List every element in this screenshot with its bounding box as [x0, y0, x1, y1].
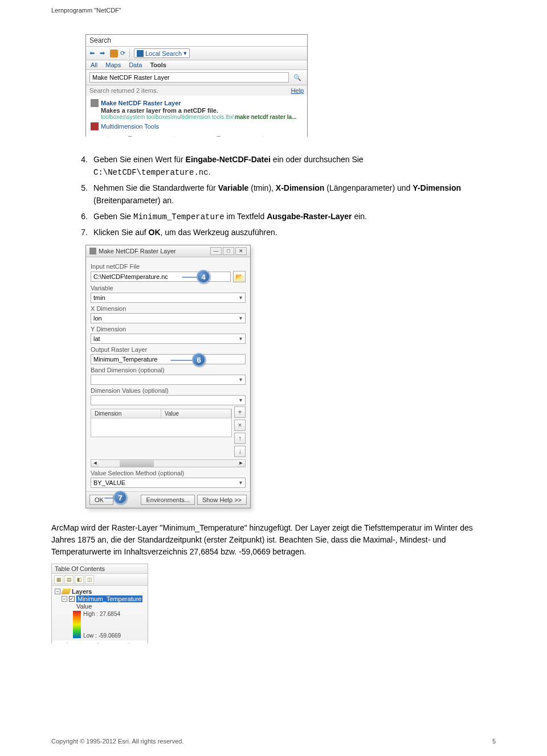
list-by-source-icon[interactable]: ▤	[64, 575, 74, 584]
search-toolbar: ⬅ ➡ ⟳ Local Search ▾	[86, 47, 307, 60]
result-path-bold: make netcdf raster la...	[235, 114, 296, 120]
tab-all[interactable]: All	[91, 61, 97, 68]
lbl-band: Band Dimension (optional)	[91, 367, 246, 373]
code-name: Minimum_Temperature	[133, 212, 224, 221]
search-status: Search returned 2 items.	[89, 87, 158, 94]
toc-layers-row[interactable]: − Layers	[55, 588, 145, 595]
layer-name: Minimum_Temperature	[76, 595, 142, 602]
home-icon[interactable]	[110, 50, 118, 57]
result-title: Make NetCDF Raster Layer	[101, 100, 181, 106]
move-down-button[interactable]: ↓	[234, 446, 246, 457]
maximize-button[interactable]: □	[223, 247, 234, 255]
result-paragraph: ArcMap wird der Raster-Layer "Minimum_Te…	[51, 522, 496, 558]
scroll-right-icon[interactable]: ►	[237, 460, 245, 467]
minimize-button[interactable]: —	[210, 247, 222, 255]
lbl-input: Input netCDF File	[91, 263, 246, 270]
t: im Textfeld	[224, 212, 267, 221]
result-path-pre: toolboxes\system toolboxes\multidimensio…	[101, 114, 235, 120]
refresh-icon[interactable]: ⟳	[120, 50, 125, 57]
value-label: Value	[76, 603, 92, 610]
xdim-field[interactable]	[91, 313, 246, 323]
result-sub-bold: Makes a raster layer	[101, 107, 161, 114]
t: .	[209, 167, 211, 176]
local-search-dropdown[interactable]: Local Search ▾	[134, 48, 190, 58]
tab-data[interactable]: Data	[129, 61, 142, 68]
list-by-selection-icon[interactable]: ◫	[85, 575, 94, 584]
toc-title: Table Of Contents	[52, 564, 148, 574]
move-up-button[interactable]: ↑	[234, 433, 246, 444]
list-by-drawing-icon[interactable]: ▦	[54, 575, 63, 584]
layers-label: Layers	[72, 588, 92, 595]
toolbox-icon	[91, 122, 99, 130]
t: (Breitenparameter) an.	[93, 196, 174, 205]
torn-edge	[86, 133, 307, 142]
band-field[interactable]	[91, 375, 246, 385]
step-num: 6.	[74, 211, 88, 224]
result-sub-rest: from a netCDF file.	[161, 107, 218, 114]
output-raster-layer[interactable]	[91, 354, 246, 364]
checkbox-icon[interactable]: ✓	[69, 596, 75, 602]
t: Y-Dimension	[413, 183, 461, 192]
lbl-xdim: X Dimension	[91, 305, 246, 312]
variable-field[interactable]	[91, 293, 246, 303]
forward-icon[interactable]: ➡	[100, 50, 108, 57]
result2-title: Multidimension Tools	[101, 123, 159, 130]
list-by-visibility-icon[interactable]: ◧	[75, 575, 84, 584]
dialog-title: Make NetCDF Raster Layer	[99, 248, 176, 254]
back-icon[interactable]: ⬅	[89, 50, 97, 57]
scroll-left-icon[interactable]: ◄	[91, 460, 99, 467]
badge-7: 7	[113, 491, 127, 504]
ydim-field[interactable]	[91, 334, 246, 344]
tab-tools[interactable]: Tools	[150, 61, 166, 68]
badge-4: 4	[197, 270, 210, 284]
page-number: 5	[492, 738, 496, 745]
t: ein.	[352, 212, 367, 221]
table-of-contents: Table Of Contents ▦ ▤ ◧ ◫ − Layers − ✓ M…	[51, 564, 148, 643]
remove-row-button[interactable]: ×	[234, 420, 246, 431]
page-header: Lernprogramm "NetCDF"	[51, 7, 121, 14]
ok-button[interactable]: OK	[89, 495, 113, 505]
chevron-down-icon: ▾	[183, 50, 187, 57]
search-icon[interactable]: 🔍	[291, 72, 304, 83]
t: Nehmen Sie die Standardwerte für	[93, 183, 218, 192]
table-scrollbar[interactable]: ◄ ►	[91, 459, 246, 467]
search-result-2[interactable]: Multidimension Tools	[91, 122, 303, 130]
t: , um das Werkzeug auszuführen.	[161, 228, 277, 237]
collapse-icon[interactable]: −	[55, 589, 60, 594]
t: OK	[149, 228, 161, 237]
instruction-steps: 4. Geben Sie einen Wert für Eingabe-NetC…	[74, 154, 496, 239]
search-result-1[interactable]: Make NetCDF Raster Layer Makes a raster …	[91, 99, 303, 120]
torn-edge	[52, 640, 148, 647]
toc-value-row: Value	[76, 603, 145, 610]
browse-icon[interactable]: 📂	[233, 271, 246, 282]
help-link[interactable]: Help	[291, 87, 304, 94]
collapse-icon[interactable]: −	[62, 596, 67, 602]
show-help-button[interactable]: Show Help >>	[197, 495, 247, 505]
search-tabs: All Maps Data Tools	[86, 60, 307, 70]
add-row-button[interactable]: +	[234, 406, 246, 418]
dialog-titlebar: Make NetCDF Raster Layer — □ ✕	[86, 245, 250, 257]
make-netcdf-dialog: Make NetCDF Raster Layer — □ ✕ Input net…	[85, 245, 251, 508]
toc-layer-row[interactable]: − ✓ Minimum_Temperature	[62, 595, 145, 602]
t: ein oder durchsuchen Sie	[271, 155, 364, 164]
value-selection-field[interactable]	[91, 478, 246, 488]
environments-button[interactable]: Environments...	[141, 495, 194, 505]
tool-icon	[89, 248, 96, 254]
callout-line	[182, 277, 198, 278]
step-4: 4. Geben Sie einen Wert für Eingabe-NetC…	[74, 154, 496, 179]
high-value: High : 27.6854	[83, 611, 120, 617]
search-input[interactable]	[89, 72, 289, 83]
step-num: 7.	[74, 227, 88, 239]
local-search-label: Local Search	[145, 50, 182, 57]
color-ramp	[73, 611, 81, 638]
lbl-valsel: Value Selection Method (optional)	[91, 470, 246, 476]
step-num: 4.	[74, 154, 88, 179]
t: (Längenparameter) und	[324, 183, 413, 192]
t: (tmin),	[248, 183, 275, 192]
dimvals-field[interactable]	[91, 395, 246, 405]
scroll-thumb[interactable]	[120, 460, 154, 467]
search-panel: Search ⬅ ➡ ⟳ Local Search ▾ All Maps Dat…	[85, 34, 308, 137]
t: Klicken Sie auf	[93, 228, 149, 237]
tab-maps[interactable]: Maps	[105, 61, 121, 68]
close-button[interactable]: ✕	[235, 247, 247, 255]
